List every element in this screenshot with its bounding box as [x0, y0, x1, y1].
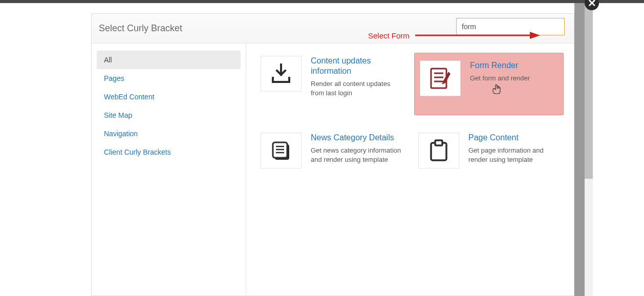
close-icon: ✕ [588, 0, 596, 9]
card-icon-box [261, 133, 302, 168]
card-text: News Category Details Get news category … [311, 133, 402, 164]
card-page-content[interactable]: Page Content Get page information and re… [414, 130, 564, 172]
sidebar-item-label: WebEd Content [104, 93, 155, 101]
card-title: News Category Details [311, 133, 402, 143]
sidebar-item-label: Pages [104, 74, 124, 82]
annotation-arrow-icon [415, 31, 540, 39]
document-stack-icon [269, 139, 293, 162]
svg-rect-12 [435, 140, 442, 145]
sidebar-item-pages[interactable]: Pages [97, 69, 241, 88]
sidebar-item-webed-content[interactable]: WebEd Content [97, 88, 241, 106]
cursor-pointer-icon [492, 84, 501, 97]
sidebar-item-label: All [104, 56, 112, 64]
card-text: Page Content Get page information and re… [468, 133, 560, 164]
modal-dialog: Select Curly Bracket Select Form All Pag… [91, 13, 574, 296]
scrollbar-track[interactable] [585, 3, 593, 296]
card-desc: Get form and render [470, 74, 558, 83]
card-desc: Get page information and render using te… [468, 146, 560, 164]
card-news-category[interactable]: News Category Details Get news category … [256, 130, 406, 172]
card-title: Page Content [468, 133, 560, 143]
download-icon [270, 64, 292, 84]
sidebar-item-all[interactable]: All [97, 51, 241, 69]
card-form-render[interactable]: Form Render Get form and render [414, 53, 564, 115]
card-title: Form Render [470, 60, 558, 71]
card-text: Content updates information Render all c… [311, 56, 402, 98]
modal-body: All Pages WebEd Content Site Map Navigat… [92, 44, 574, 294]
card-icon-box [418, 133, 459, 168]
card-text: Form Render Get form and render [470, 60, 558, 83]
sidebar-item-site-map[interactable]: Site Map [97, 106, 241, 124]
right-gutter [574, 3, 585, 296]
form-pencil-icon [428, 67, 453, 90]
card-icon-box [420, 60, 461, 96]
card-title: Content updates information [311, 56, 402, 76]
modal-title: Select Curly Bracket [99, 23, 182, 34]
svg-marker-1 [530, 32, 540, 39]
content-grid: Content updates information Render all c… [246, 44, 574, 294]
card-icon-box [261, 56, 302, 92]
clipboard-icon [428, 139, 449, 162]
sidebar-item-navigation[interactable]: Navigation [97, 124, 241, 143]
sidebar-item-client-curly-brackets[interactable]: Client Curly Brackets [97, 143, 241, 161]
card-content-updates[interactable]: Content updates information Render all c… [256, 53, 406, 115]
sidebar: All Pages WebEd Content Site Map Navigat… [92, 44, 246, 294]
card-desc: Render all content updates from last log… [311, 79, 402, 98]
sidebar-item-label: Navigation [104, 130, 138, 138]
scrollbar-thumb[interactable] [585, 3, 593, 179]
annotation-label: Select Form [368, 31, 410, 40]
modal-header: Select Curly Bracket Select Form [92, 14, 574, 44]
sidebar-item-label: Site Map [104, 111, 132, 119]
sidebar-item-label: Client Curly Brackets [104, 148, 171, 156]
right-space [593, 3, 644, 296]
card-desc: Get news category information and render… [311, 146, 402, 164]
svg-rect-2 [431, 69, 446, 88]
